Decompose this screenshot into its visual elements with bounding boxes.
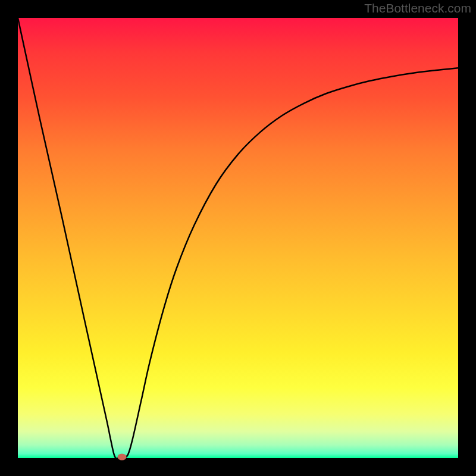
chart-frame: TheBottleneck.com xyxy=(0,0,476,476)
plot-area xyxy=(18,18,458,458)
data-curve xyxy=(18,18,458,458)
chart-svg xyxy=(18,18,458,458)
watermark-text: TheBottleneck.com xyxy=(364,1,471,15)
minimum-marker xyxy=(117,453,126,460)
